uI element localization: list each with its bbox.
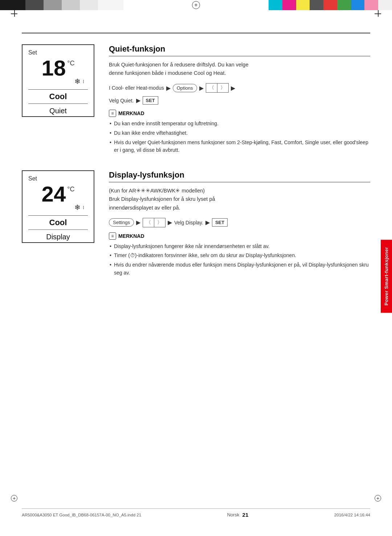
ac-display-display: Set 24 °C ❄ ⁞ Cool Display bbox=[22, 170, 94, 243]
nav-right-btn-quiet[interactable]: 〉 bbox=[217, 84, 228, 92]
ac-mode-label-display: Cool bbox=[49, 218, 67, 227]
merknad-icon-display: ≡ bbox=[109, 232, 116, 240]
section-content-quiet: Quiet-funksjon Bruk Quiet-funksjonen for… bbox=[109, 44, 370, 156]
settings-button-display[interactable]: Settings bbox=[109, 218, 134, 227]
nav-left-btn-quiet[interactable]: 〈 bbox=[206, 84, 217, 92]
nav-btn-group-display: 〈 〉 bbox=[143, 218, 166, 227]
ac-mode-label-quiet: Cool bbox=[49, 92, 67, 101]
color-swatch-blue bbox=[351, 0, 365, 10]
arrow2-display: ▶ bbox=[168, 219, 172, 226]
top-color-bar bbox=[0, 0, 392, 10]
bottom-ruler-mark-right bbox=[375, 495, 381, 502]
color-swatch-black1 bbox=[0, 0, 25, 10]
ac-temp-unit-display: °C bbox=[67, 186, 74, 193]
merknad-item-display-1: Display-lysfunksjonen fungerer ikke når … bbox=[109, 243, 370, 251]
nav-btn-group-quiet: 〈 〉 bbox=[206, 83, 229, 93]
color-swatch-gray3 bbox=[80, 0, 98, 10]
instruction-text-display: Velg Display. bbox=[174, 220, 203, 226]
arrow1-display: ▶ bbox=[136, 219, 140, 226]
bottom-page-num: 21 bbox=[242, 512, 249, 518]
merknad-display: ≡ MERKNAD Display-lysfunksjonen fungerer… bbox=[109, 232, 370, 277]
main-content: Set 18 °C ❄ ⁞ Cool Quiet Quiet-funksjon … bbox=[0, 22, 392, 322]
merknad-title-display: ≡ MERKNAD bbox=[109, 232, 370, 240]
section-title-display: Display-lysfunksjon bbox=[109, 170, 370, 182]
arrow3-display: ▶ bbox=[205, 219, 210, 226]
color-swatch-gray2 bbox=[62, 0, 80, 10]
ac-set-label-quiet: Set bbox=[28, 49, 37, 56]
bottom-page: Norsk 21 bbox=[227, 512, 249, 518]
top-bar-right bbox=[269, 0, 392, 10]
merknad-quiet: ≡ MERKNAD Du kan endre innstilt temperat… bbox=[109, 110, 370, 154]
options-button-quiet[interactable]: Options bbox=[173, 84, 197, 92]
ac-display-quiet: Set 18 °C ❄ ⁞ Cool Quiet bbox=[22, 44, 94, 117]
merknad-title-quiet: ≡ MERKNAD bbox=[109, 110, 370, 117]
set-button-display[interactable]: SET bbox=[212, 218, 228, 227]
bottom-page-label: Norsk bbox=[227, 512, 240, 517]
side-tab: Power Smart-funksjoner bbox=[381, 240, 392, 313]
merknad-item-quiet-3: Hvis du velger Quiet-funksjonen mens fun… bbox=[109, 139, 370, 154]
color-swatch-white1 bbox=[98, 0, 123, 10]
top-bar-center bbox=[123, 0, 269, 10]
ac-temp-row-quiet: 18 °C bbox=[42, 57, 75, 79]
top-bar-left bbox=[0, 0, 123, 10]
merknad-list-display: Display-lysfunksjonen fungerer ikke når … bbox=[109, 243, 370, 277]
instruction-row1-quiet: I Cool- eller Heat-modus ▶ Options ▶ 〈 〉… bbox=[109, 83, 370, 93]
nav-right-btn-display[interactable]: 〉 bbox=[154, 218, 165, 227]
ac-divider2-quiet bbox=[28, 103, 88, 104]
top-crosshair bbox=[192, 1, 200, 9]
bottom-rule bbox=[22, 508, 370, 509]
section-description-display: (Kun for AR✳✳✳AWK/BWK✳ modellen) Bruk Di… bbox=[109, 187, 370, 212]
top-ruler-mark-right bbox=[375, 10, 381, 17]
ac-temp-unit-quiet: °C bbox=[67, 60, 74, 67]
color-swatch-white2 bbox=[378, 0, 392, 10]
section-content-display: Display-lysfunksjon (Kun for AR✳✳✳AWK/BW… bbox=[109, 170, 370, 278]
instruction-row1-display: Settings ▶ 〈 〉 ▶ Velg Display. ▶ SET bbox=[109, 218, 370, 227]
ac-set-label-display: Set bbox=[28, 175, 37, 182]
nav-left-btn-display[interactable]: 〈 bbox=[143, 218, 154, 227]
ac-temp-num-display: 24 bbox=[42, 183, 66, 205]
snowflake-icon-display: ❄ bbox=[74, 203, 81, 212]
top-rule bbox=[22, 33, 370, 33]
ac-function-label-display: Display bbox=[46, 233, 70, 241]
bottom-file: AR5000&A3050 ET Good_IB_DB68-06157A-00_N… bbox=[22, 513, 141, 517]
set-button-quiet[interactable]: SET bbox=[143, 96, 158, 105]
color-swatch-gray1 bbox=[44, 0, 62, 10]
instruction-text2-quiet: Velg Quiet. bbox=[109, 98, 134, 103]
merknad-item-display-3: Hvis du endrer nåværende modus eller fun… bbox=[109, 261, 370, 277]
section-quiet: Set 18 °C ❄ ⁞ Cool Quiet Quiet-funksjon … bbox=[22, 44, 370, 156]
merknad-icon-quiet: ≡ bbox=[109, 110, 116, 117]
ac-temp-row-display: 24 °C bbox=[42, 183, 75, 205]
color-swatch-magenta bbox=[282, 0, 296, 10]
bottom-timestamp: 2016/4/22 14:16:44 bbox=[334, 513, 370, 517]
section-description-quiet: Bruk Quiet-funksjonen for å redusere dri… bbox=[109, 61, 370, 77]
merknad-item-quiet-2: Du kan ikke endre viftehastighet. bbox=[109, 129, 370, 137]
fan-icon-quiet: ⁞ bbox=[83, 79, 84, 84]
color-swatch-darkgray bbox=[310, 0, 323, 10]
ac-divider2-display bbox=[28, 230, 88, 230]
arrow1-quiet: ▶ bbox=[166, 85, 171, 92]
color-swatch-pink bbox=[364, 0, 378, 10]
color-swatch-green bbox=[337, 0, 351, 10]
arrow4-quiet: ▶ bbox=[136, 97, 140, 104]
ac-function-label-quiet: Quiet bbox=[49, 107, 67, 115]
merknad-list-quiet: Du kan endre innstilt temperatur og luft… bbox=[109, 120, 370, 154]
merknad-item-display-2: Timer (⏱)-indikatoren forsvinner ikke, s… bbox=[109, 252, 370, 260]
instruction-row2-quiet: Velg Quiet. ▶ SET bbox=[109, 96, 370, 105]
snowflake-icon-quiet: ❄ bbox=[74, 77, 81, 86]
ac-divider1-quiet bbox=[28, 89, 88, 90]
bottom-ruler-mark-left bbox=[11, 495, 17, 502]
ac-divider1-display bbox=[28, 215, 88, 216]
section-display: Set 24 °C ❄ ⁞ Cool Display Display-lysfu… bbox=[22, 170, 370, 278]
section-body-quiet: Bruk Quiet-funksjonen for å redusere dri… bbox=[109, 61, 370, 154]
ac-temp-num-quiet: 18 bbox=[42, 57, 66, 79]
bottom-info: AR5000&A3050 ET Good_IB_DB68-06157A-00_N… bbox=[0, 512, 392, 518]
ac-icons-quiet: ❄ ⁞ bbox=[74, 77, 84, 86]
ac-icons-display: ❄ ⁞ bbox=[74, 203, 84, 212]
arrow2-quiet: ▶ bbox=[199, 85, 204, 92]
top-ruler-mark-left bbox=[11, 10, 17, 17]
fan-icon-display: ⁞ bbox=[83, 205, 84, 210]
color-swatch-black2 bbox=[25, 0, 44, 10]
instruction-text1-quiet: I Cool- eller Heat-modus bbox=[109, 85, 164, 91]
color-swatch-red bbox=[323, 0, 337, 10]
arrow3-quiet: ▶ bbox=[231, 85, 235, 92]
